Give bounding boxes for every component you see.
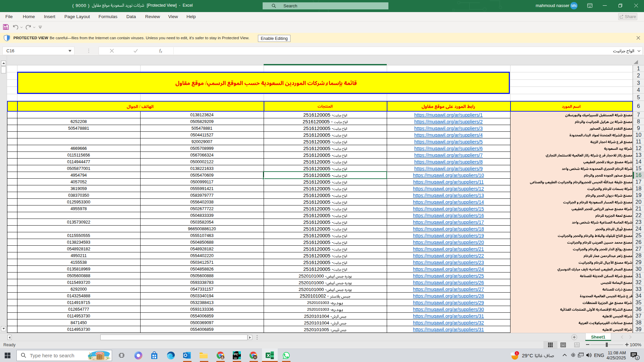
svg-text:PC: PC — [234, 353, 238, 356]
svg-text:M: M — [254, 356, 256, 359]
svg-text:2: 2 — [636, 356, 638, 360]
svg-text:1: 1 — [516, 352, 518, 355]
